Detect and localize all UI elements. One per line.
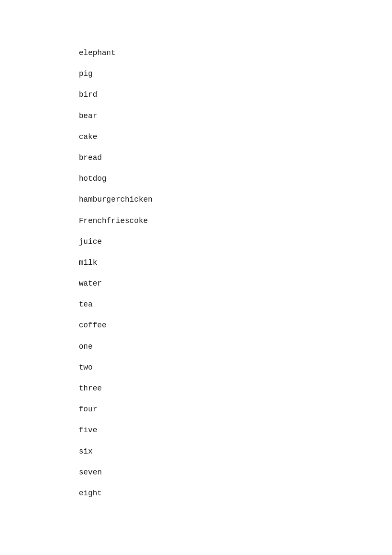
list-item: coffee <box>79 315 392 336</box>
list-item: cake <box>79 127 392 147</box>
list-item: seven <box>79 462 392 483</box>
list-item: elephant <box>79 43 392 64</box>
list-item: six <box>79 441 392 462</box>
list-item: milk <box>79 252 392 273</box>
list-item: four <box>79 399 392 420</box>
list-item: one <box>79 336 392 357</box>
list-item: bear <box>79 106 392 127</box>
list-item: pig <box>79 64 392 84</box>
list-item: bird <box>79 84 392 105</box>
list-item: eight <box>79 483 392 504</box>
list-item: water <box>79 273 392 294</box>
list-item: hotdog <box>79 168 392 189</box>
list-item: five <box>79 420 392 441</box>
word-list: elephantpigbirdbearcakebreadhotdoghambur… <box>0 0 392 504</box>
list-item: three <box>79 378 392 399</box>
list-item: two <box>79 357 392 378</box>
list-item: hamburgerchicken <box>79 189 392 210</box>
list-item: tea <box>79 294 392 315</box>
list-item: Frenchfriescoke <box>79 211 392 231</box>
list-item: bread <box>79 147 392 168</box>
list-item: juice <box>79 231 392 252</box>
